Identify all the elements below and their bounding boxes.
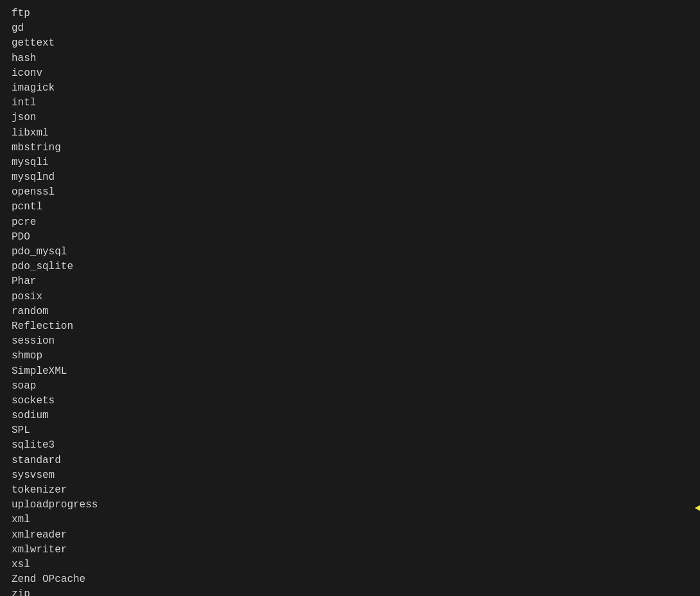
list-item: mbstring	[12, 141, 688, 155]
list-item: mysqli	[12, 155, 688, 170]
list-item: Phar	[12, 274, 688, 289]
list-item: sqlite3	[12, 438, 688, 453]
list-item: zip	[12, 587, 688, 596]
list-item: sockets	[12, 394, 688, 408]
list-item: openssl	[12, 185, 688, 200]
list-item: pdo_mysql	[12, 245, 688, 259]
list-item: SimpleXML	[12, 364, 688, 379]
list-item: gettext	[12, 36, 688, 51]
list-item: sodium	[12, 408, 688, 423]
arrow-annotation	[695, 503, 700, 513]
list-item: hash	[12, 51, 688, 66]
list-item: PDO	[12, 230, 688, 245]
list-item: posix	[12, 290, 688, 304]
list-item: soap	[12, 379, 688, 394]
list-item: gd	[12, 21, 688, 36]
list-item: Zend OPcache	[12, 572, 688, 587]
list-item: pcre	[12, 215, 688, 230]
list-item: standard	[12, 453, 688, 468]
list-item: tokenizer	[12, 483, 688, 498]
list-item: xmlwriter	[12, 543, 688, 557]
list-item: pdo_sqlite	[12, 259, 688, 274]
list-item: xsl	[12, 557, 688, 572]
list-item: Reflection	[12, 319, 688, 334]
list-item: pcntl	[12, 200, 688, 215]
list-item: json	[12, 110, 688, 125]
list-item: sysvsem	[12, 468, 688, 483]
list-item: libxml	[12, 126, 688, 141]
module-list: ftpgdgettexthashiconvimagickintljsonlibx…	[12, 6, 688, 596]
list-item: uploadprogress	[12, 498, 688, 513]
list-item: session	[12, 334, 688, 349]
list-item: SPL	[12, 423, 688, 438]
list-item: iconv	[12, 66, 688, 81]
list-item: shmop	[12, 349, 688, 364]
list-item: intl	[12, 96, 688, 110]
list-item: imagick	[12, 81, 688, 96]
list-item: xmlreader	[12, 528, 688, 543]
list-item: ftp	[12, 6, 688, 21]
arrow-head	[695, 503, 700, 513]
list-item: xml	[12, 513, 688, 527]
list-item: random	[12, 304, 688, 319]
list-item: mysqlnd	[12, 170, 688, 185]
